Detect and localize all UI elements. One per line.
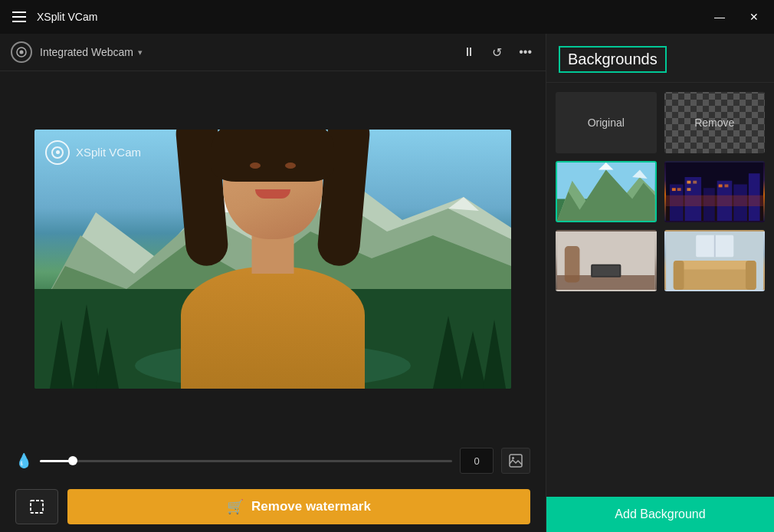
svg-rect-18	[31, 501, 43, 513]
blur-icon: 💧	[15, 452, 32, 469]
svg-rect-49	[673, 261, 684, 290]
crop-button[interactable]	[15, 489, 58, 524]
bottom-controls: 💧 0	[0, 440, 546, 481]
minimize-button[interactable]: —	[708, 8, 731, 26]
crop-icon	[28, 498, 46, 516]
bg-row-3	[556, 230, 765, 291]
svg-point-17	[512, 457, 514, 459]
toolbar-controls: ⏸ ↺ •••	[460, 44, 535, 61]
slider-thumb	[68, 456, 77, 465]
svg-rect-39	[724, 185, 728, 188]
svg-rect-34	[677, 188, 681, 191]
bg-item-remove[interactable]: Remove	[664, 92, 766, 153]
bg-remove-label: Remove	[694, 117, 734, 129]
toolbar: Integrated Webcam ▾ ⏸ ↺ •••	[0, 34, 546, 71]
logo-inner	[51, 146, 64, 159]
webcam-icon	[11, 41, 32, 63]
logo-circle	[45, 140, 70, 165]
webcam-name: Integrated Webcam	[40, 46, 133, 58]
hamburger-menu[interactable]	[9, 8, 29, 25]
video-container: XSplit VCam	[34, 130, 511, 389]
video-area: XSplit VCam	[0, 71, 546, 440]
svg-rect-35	[687, 181, 690, 184]
right-panel: Backgrounds Original Remove	[546, 34, 774, 532]
bg-item-original[interactable]: Original	[556, 92, 657, 153]
svg-rect-48	[673, 261, 756, 269]
mountains-preview-svg	[557, 163, 655, 221]
city-preview-svg	[666, 163, 764, 221]
footer-bar: 🛒 Remove watermark	[0, 481, 546, 532]
svg-rect-37	[687, 188, 690, 191]
bg-tab-title[interactable]: Backgrounds	[559, 46, 667, 73]
svg-rect-33	[671, 188, 675, 191]
cart-icon: 🛒	[227, 498, 244, 515]
remove-watermark-button[interactable]: 🛒 Remove watermark	[67, 489, 530, 524]
chevron-down-icon: ▾	[138, 48, 143, 57]
pause-button[interactable]: ⏸	[460, 44, 478, 61]
svg-point-1	[20, 51, 24, 54]
webcam-selector[interactable]: Integrated Webcam ▾	[40, 46, 143, 58]
window-controls: — ✕	[708, 8, 765, 26]
bg-item-mountains[interactable]	[556, 161, 657, 222]
gallery-button[interactable]	[501, 448, 530, 474]
webcam-scene	[34, 130, 511, 389]
logo-dot	[56, 150, 60, 154]
svg-rect-38	[718, 185, 722, 188]
video-overlay-logo: XSplit VCam	[45, 140, 141, 165]
bg-item-living[interactable]	[664, 230, 766, 291]
gallery-icon	[508, 453, 523, 468]
bg-item-office[interactable]	[556, 230, 657, 291]
app-title: XSplit VCam	[37, 11, 700, 23]
bg-item-city[interactable]	[664, 161, 766, 222]
bg-row-1: Original Remove	[556, 92, 765, 153]
main-layout: Integrated Webcam ▾ ⏸ ↺ •••	[0, 34, 774, 532]
living-preview-svg	[666, 232, 764, 290]
office-preview-svg	[557, 232, 655, 290]
svg-rect-50	[745, 261, 756, 290]
more-options-button[interactable]: •••	[516, 44, 535, 61]
remove-watermark-label: Remove watermark	[251, 499, 371, 514]
add-background-button[interactable]: Add Background	[546, 497, 774, 532]
bg-row-2	[556, 161, 765, 222]
refresh-button[interactable]: ↺	[489, 44, 505, 61]
svg-rect-45	[565, 246, 580, 283]
close-button[interactable]: ✕	[743, 8, 765, 26]
svg-rect-36	[693, 181, 697, 184]
svg-rect-44	[592, 266, 619, 276]
svg-rect-40	[666, 195, 764, 206]
blur-value: 0	[460, 448, 494, 474]
logo-text: XSplit VCam	[76, 146, 141, 159]
blur-slider[interactable]	[40, 460, 452, 462]
bg-tab-header: Backgrounds	[546, 34, 774, 83]
left-panel: Integrated Webcam ▾ ⏸ ↺ •••	[0, 34, 546, 532]
bg-original-label: Original	[588, 117, 625, 129]
title-bar: XSplit VCam — ✕	[0, 0, 774, 34]
bg-options: Original Remove	[546, 83, 774, 497]
svg-rect-52	[713, 235, 715, 258]
